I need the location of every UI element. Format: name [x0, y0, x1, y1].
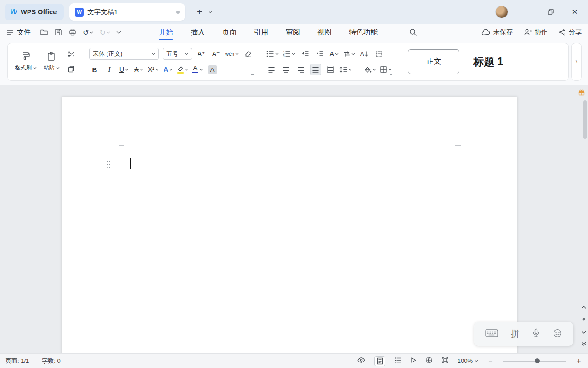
- scroll-bottom-button[interactable]: [582, 339, 586, 348]
- ime-voice-button[interactable]: [532, 328, 540, 339]
- font-name-select[interactable]: 宋体 (正文): [89, 48, 159, 60]
- italic-button[interactable]: I: [104, 64, 115, 75]
- increase-indent-button[interactable]: [314, 48, 325, 59]
- tab-home[interactable]: 开始: [159, 24, 173, 40]
- zoom-level-button[interactable]: 100%: [458, 357, 478, 364]
- paste-button[interactable]: 粘贴: [39, 46, 64, 77]
- zoom-slider[interactable]: [503, 361, 566, 362]
- unsaved-dot-indicator[interactable]: [176, 11, 180, 14]
- chevron-down-icon: [155, 69, 159, 71]
- menubar: 文件 ↺ ↻ 开始 插入: [0, 24, 588, 40]
- align-center-button[interactable]: [281, 64, 292, 75]
- decrease-indent-button[interactable]: [299, 48, 310, 59]
- style-heading1[interactable]: 标题 1: [473, 55, 503, 69]
- word-count[interactable]: 字数: 0: [42, 357, 60, 365]
- bold-button[interactable]: B: [89, 64, 100, 75]
- collaborate-button[interactable]: 协作: [524, 28, 548, 36]
- tab-special-features[interactable]: 特色功能: [349, 24, 378, 40]
- highlight-button[interactable]: [177, 64, 188, 75]
- chevron-down-icon: [125, 69, 129, 71]
- decrease-indent-icon: [301, 50, 309, 58]
- font-size-select[interactable]: 五号: [163, 48, 192, 60]
- save-status[interactable]: 未保存: [481, 28, 513, 36]
- open-file-button[interactable]: [40, 28, 48, 36]
- chevron-down-icon: [152, 53, 155, 55]
- previous-page-button[interactable]: [582, 302, 586, 310]
- shrink-font-button[interactable]: A⁻: [210, 48, 221, 59]
- eye-protect-button[interactable]: [357, 357, 366, 365]
- text-direction-button[interactable]: [343, 48, 355, 59]
- ime-keyboard-button[interactable]: [485, 329, 498, 339]
- promo-icon[interactable]: [578, 89, 585, 98]
- format-painter-button[interactable]: 格式刷: [13, 46, 38, 77]
- distribute-button[interactable]: [325, 64, 336, 75]
- zoom-in-button[interactable]: +: [575, 357, 582, 365]
- page-view-button[interactable]: [374, 356, 385, 366]
- tab-page[interactable]: 页面: [222, 24, 237, 40]
- grow-font-button[interactable]: A⁺: [196, 48, 207, 59]
- app-home-button[interactable]: W WPS Office: [5, 4, 64, 20]
- style-gallery-expand-button[interactable]: ›: [571, 43, 582, 80]
- scrollbar-thumb[interactable]: [583, 100, 587, 139]
- document-tab[interactable]: W 文字文稿1: [69, 3, 185, 21]
- strikethrough-button[interactable]: A: [133, 64, 144, 75]
- cut-button[interactable]: [66, 49, 77, 60]
- maximize-button[interactable]: [546, 7, 556, 17]
- bullet-list-button[interactable]: [266, 48, 279, 59]
- font-dialog-launcher[interactable]: [251, 72, 254, 75]
- outline-view-button[interactable]: [394, 357, 401, 365]
- vertical-scrollbar[interactable]: [583, 100, 587, 330]
- print-button[interactable]: [68, 28, 77, 36]
- browse-object-button[interactable]: [582, 315, 586, 323]
- new-tab-button[interactable]: +: [193, 6, 205, 18]
- undo-button[interactable]: ↺: [83, 28, 93, 37]
- paragraph-drag-handle[interactable]: [107, 161, 111, 169]
- align-right-button[interactable]: [295, 64, 306, 75]
- font-color-button[interactable]: A: [192, 64, 203, 75]
- paragraph-dialog-launcher[interactable]: [390, 72, 392, 75]
- tab-references[interactable]: 引用: [254, 24, 268, 40]
- tab-insert[interactable]: 插入: [191, 24, 205, 40]
- numbered-list-button[interactable]: 123: [283, 48, 295, 59]
- copy-button[interactable]: [66, 63, 77, 75]
- read-aloud-button[interactable]: [410, 357, 417, 365]
- user-avatar[interactable]: [495, 6, 508, 18]
- folder-icon: [40, 28, 48, 36]
- tab-list-chevron[interactable]: [208, 11, 213, 13]
- ime-pinyin-button[interactable]: 拼: [511, 328, 520, 340]
- phonetic-guide-button[interactable]: wén: [225, 48, 239, 59]
- more-quick-actions-button[interactable]: [116, 31, 121, 34]
- asian-layout-button[interactable]: A: [328, 48, 339, 59]
- ime-emoji-button[interactable]: [553, 328, 562, 340]
- tab-view[interactable]: 视图: [317, 24, 332, 40]
- tab-stops-button[interactable]: [373, 48, 384, 59]
- fit-page-button[interactable]: [441, 356, 449, 365]
- line-spacing-button[interactable]: [339, 64, 352, 75]
- sort-button[interactable]: A: [359, 48, 370, 59]
- tab-review[interactable]: 审阅: [286, 24, 300, 40]
- clear-formatting-button[interactable]: [243, 48, 254, 59]
- document-page[interactable]: [62, 97, 517, 353]
- shading-button[interactable]: [364, 64, 376, 75]
- font-size-value: 五号: [166, 50, 178, 58]
- style-normal[interactable]: 正文: [408, 49, 459, 74]
- justify-button[interactable]: [310, 64, 321, 75]
- zoom-slider-knob[interactable]: [535, 358, 540, 363]
- align-left-button[interactable]: [266, 64, 277, 75]
- file-menu-button[interactable]: 文件: [6, 28, 31, 37]
- close-button[interactable]: ✕: [570, 7, 580, 17]
- zoom-out-button[interactable]: −: [487, 357, 494, 365]
- character-shading-button[interactable]: A: [207, 64, 218, 75]
- search-button[interactable]: [409, 28, 417, 36]
- text-effects-button[interactable]: A: [163, 64, 174, 75]
- share-button[interactable]: 分享: [559, 28, 582, 36]
- print-icon: [68, 28, 77, 36]
- minimize-button[interactable]: –: [522, 7, 532, 17]
- web-view-button[interactable]: [425, 356, 433, 365]
- ribbon-tabs: 开始 插入 页面 引用 审阅 视图 特色功能: [159, 24, 417, 40]
- redo-button[interactable]: ↻: [99, 28, 110, 37]
- save-button[interactable]: [54, 28, 62, 36]
- underline-button[interactable]: U: [119, 64, 130, 75]
- superscript-button[interactable]: X²: [148, 64, 159, 75]
- next-page-button[interactable]: [582, 327, 586, 335]
